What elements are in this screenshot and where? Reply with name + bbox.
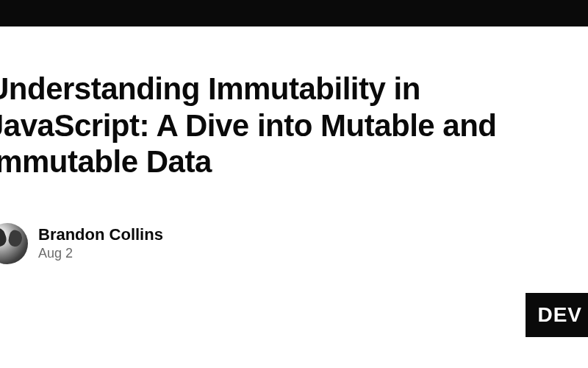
byline: Brandon Collins Aug 2 — [0, 223, 588, 264]
author-avatar[interactable] — [0, 223, 28, 264]
author-name[interactable]: Brandon Collins — [38, 225, 163, 244]
top-bar — [0, 0, 588, 26]
article-content: Understanding Immutability in JavaScript… — [0, 26, 588, 264]
article-title: Understanding Immutability in JavaScript… — [0, 71, 560, 180]
publish-date: Aug 2 — [38, 246, 163, 261]
author-block: Brandon Collins Aug 2 — [38, 225, 163, 261]
dev-badge[interactable]: DEV — [526, 293, 588, 337]
